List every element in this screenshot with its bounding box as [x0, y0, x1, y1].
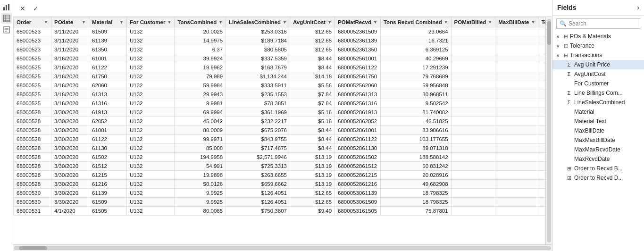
cell-3-line_sales_combined: $337.5359 — [226, 54, 290, 63]
cell-7-podate: 3/16/2020 — [51, 90, 89, 99]
field-item-avg-unit-price[interactable]: Σ Avg Unit Price — [552, 60, 644, 69]
col-header-avg_unit_cost[interactable]: AvgUnitCost▼ — [290, 17, 335, 27]
cell-1-tons_recvd_combined: 16.7321 — [380, 36, 451, 45]
v-scrollbar-track[interactable] — [547, 19, 551, 243]
field-item-for-customer[interactable]: For Customer — [552, 79, 644, 88]
cell-0-max_bill_date — [495, 27, 538, 36]
sidebar-icon-table[interactable] — [1, 13, 12, 24]
cell-11-po_mat_recvd: 6800052861001 — [335, 126, 381, 135]
filter-btn-avg_unit_cost[interactable]: ▼ — [327, 20, 332, 25]
field-group-header-transactions[interactable]: ∨ ⊞ Transactions — [552, 50, 644, 60]
cell-6-order: 68000525 — [14, 81, 51, 90]
field-item-maxmaxrcvddate[interactable]: MaxMaxRcvdDate — [552, 145, 644, 154]
cell-20-to — [538, 207, 545, 216]
field-group-header-tolerance[interactable]: ∨ ⊞ Tolerance — [552, 41, 644, 50]
field-item-line-billings-com...[interactable]: Σ Line Billings Com... — [552, 88, 644, 98]
table-row: 680005303/30/202061509U1329.9925$126.405… — [14, 198, 546, 207]
sidebar-icon-report[interactable] — [1, 25, 12, 35]
svg-rect-1 — [6, 5, 7, 10]
cell-20-po_mat_recvd: 6800053161505 — [335, 207, 381, 216]
h-scrollbar-thumb[interactable] — [19, 246, 47, 250]
field-item-maxrcvddate[interactable]: MaxRcvdDate — [552, 154, 644, 164]
vertical-scrollbar[interactable] — [545, 17, 552, 244]
field-item-maxmaxbilldate[interactable]: MaxMaxBillDate — [552, 135, 644, 145]
check-button[interactable]: ✓ — [30, 3, 42, 14]
close-button[interactable]: ✕ — [17, 3, 28, 14]
col-header-po_mat_recvd[interactable]: POMatRecvd▼ — [335, 17, 381, 27]
cell-17-podate: 3/30/2020 — [51, 180, 89, 189]
field-item-maxbilldate[interactable]: MaxBillDate — [552, 126, 644, 135]
field-item-material[interactable]: Material — [552, 107, 644, 117]
field-item-order-to-recvd-d...[interactable]: ⊞ Order to Recvd D... — [552, 173, 644, 183]
cell-12-order: 68000528 — [14, 135, 51, 144]
table-row: 680005283/30/202061216U13250.0126$659.66… — [14, 180, 546, 189]
cell-17-po_mat_billed — [451, 180, 495, 189]
filter-btn-order[interactable]: ▼ — [44, 20, 48, 25]
cell-19-line_sales_combined: $126.4051 — [226, 198, 290, 207]
cell-10-po_mat_recvd: 6800052862052 — [335, 117, 381, 126]
col-header-to[interactable]: To▼ — [538, 17, 545, 27]
field-item-material-text[interactable]: Material Text — [552, 117, 644, 126]
field-group-name: Tolerance — [570, 42, 640, 49]
col-header-for_customer[interactable]: For Customer▼ — [127, 17, 175, 27]
filter-btn-tons_combined[interactable]: ▼ — [218, 20, 223, 25]
field-item-linesalescombined[interactable]: Σ LineSalesCombined — [552, 98, 644, 107]
col-label-material: Material — [92, 19, 112, 25]
filter-btn-tons_recvd_combined[interactable]: ▼ — [444, 20, 448, 25]
filter-btn-material[interactable]: ▼ — [119, 20, 124, 25]
horizontal-scrollbar[interactable] — [13, 244, 552, 251]
cell-5-podate: 3/16/2020 — [51, 72, 89, 81]
cell-2-to — [538, 45, 545, 54]
col-header-tons_recvd_combined[interactable]: Tons Recvd Combined▼ — [380, 17, 451, 27]
cell-20-material: 61505 — [89, 207, 127, 216]
col-header-order[interactable]: Order▼ — [14, 17, 51, 27]
filter-btn-podate[interactable]: ▼ — [82, 20, 86, 25]
filter-btn-max_bill_date[interactable]: ▼ — [531, 20, 535, 25]
expand-button[interactable]: › — [637, 4, 639, 11]
cell-0-tons_combined: 20.0025 — [175, 27, 226, 36]
table-row: 680005283/30/202061215U13219.9898$263.66… — [14, 171, 546, 180]
cell-15-avg_unit_cost: $13.19 — [290, 162, 335, 171]
col-header-po_mat_billed[interactable]: POMatBilled▼ — [451, 17, 495, 27]
cell-9-tons_combined: 69.9994 — [175, 108, 226, 117]
col-header-material[interactable]: Material▼ — [89, 17, 127, 27]
cell-0-avg_unit_cost: $12.65 — [290, 27, 335, 36]
col-header-max_bill_date[interactable]: MaxBillDate▼ — [495, 17, 538, 27]
table-icon: ⊞ — [564, 43, 568, 49]
filter-btn-line_sales_combined[interactable]: ▼ — [283, 20, 287, 25]
col-header-podate[interactable]: POdate▼ — [51, 17, 89, 27]
field-group-pos-&-materials: ∨ ⊞ POs & Materials — [552, 32, 644, 41]
filter-btn-po_mat_recvd[interactable]: ▼ — [373, 20, 377, 25]
cell-8-po_mat_recvd: 6800052561316 — [335, 99, 381, 108]
filter-btn-for_customer[interactable]: ▼ — [167, 20, 171, 25]
field-icon — [566, 109, 572, 115]
fields-header: Fields › — [552, 0, 644, 16]
field-item-avgunitcost[interactable]: Σ AvgUnitCost — [552, 69, 644, 79]
cell-16-for_customer: U132 — [127, 171, 175, 180]
cell-17-material: 61216 — [89, 180, 127, 189]
cell-8-order: 68000525 — [14, 99, 51, 108]
field-item-order-to-recvd-b...[interactable]: ⊞ Order to Recvd B... — [552, 164, 644, 173]
cell-11-podate: 3/30/2020 — [51, 126, 89, 135]
field-item-label: MaxBillDate — [574, 127, 640, 134]
table-row: 680005253/16/202061316U1329.9981$78.3851… — [14, 99, 546, 108]
field-group-header-pos-&-materials[interactable]: ∨ ⊞ POs & Materials — [552, 32, 644, 41]
col-header-tons_combined[interactable]: TonsCombined▼ — [175, 17, 226, 27]
sidebar-icon-chart[interactable] — [1, 2, 12, 12]
field-item-label: Line Billings Com... — [574, 90, 640, 96]
cell-9-order: 68000528 — [14, 108, 51, 117]
data-table-container[interactable]: Order▼POdate▼Material▼For Customer▼TonsC… — [13, 17, 545, 244]
search-input[interactable] — [569, 20, 639, 27]
col-header-line_sales_combined[interactable]: LineSalesCombined▼ — [226, 17, 290, 27]
v-scrollbar-thumb[interactable] — [547, 21, 551, 45]
cell-2-for_customer: U132 — [127, 45, 175, 54]
cell-15-line_sales_combined: $725.3313 — [226, 162, 290, 171]
cell-12-material: 61122 — [89, 135, 127, 144]
h-scrollbar-track[interactable] — [14, 246, 551, 250]
cell-4-tons_recvd_combined: 17.291239 — [380, 63, 451, 72]
field-icon — [566, 156, 572, 162]
table-row: 680005233/11/202061509U13220.0025$253.03… — [14, 27, 546, 36]
cell-14-material: 61502 — [89, 153, 127, 162]
cell-13-podate: 3/30/2020 — [51, 144, 89, 153]
filter-btn-po_mat_billed[interactable]: ▼ — [488, 20, 492, 25]
